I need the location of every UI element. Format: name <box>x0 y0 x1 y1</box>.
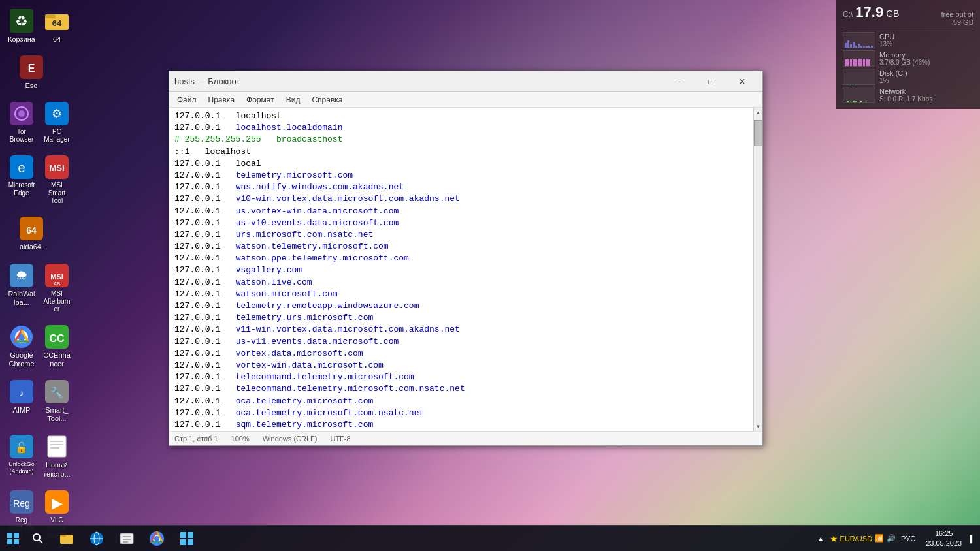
ccenhancer-icon: CC <box>44 324 70 350</box>
file-explorer-icon <box>59 531 74 546</box>
notepad-text-area[interactable]: 127.0.0.1 localhost 127.0.0.1 localhost.… <box>169 108 753 431</box>
eso-icon: E <box>18 54 44 80</box>
svg-line-49 <box>39 540 42 543</box>
msi-label: MSI Smart Tool <box>43 181 71 205</box>
folder64-label: 64 <box>53 35 61 44</box>
pcmanager-label: PC Manager <box>43 128 71 144</box>
svg-point-61 <box>154 536 159 541</box>
edge-icon: e <box>8 154 35 180</box>
desktop-icon-rain[interactable]: 🌧 RainWallpa... <box>5 260 38 316</box>
svg-rect-45 <box>14 533 19 538</box>
desktop: C:\ 17.9 GB free out of 59 GB <box>0 0 980 551</box>
recycle-icon: ♻ <box>8 8 35 34</box>
status-line-ending: Windows (CRLF) <box>263 435 318 443</box>
svg-text:CC: CC <box>49 333 65 344</box>
taskbar-filemanager[interactable] <box>112 526 141 552</box>
storage-info: C:\ 17.9 GB free out of 59 GB <box>843 4 973 29</box>
desktop-icon-aimp[interactable]: ♪ AIMP <box>5 376 38 426</box>
svg-text:▶: ▶ <box>52 495 63 511</box>
smarttool-label: Smart_Tool... <box>43 406 71 423</box>
menu-view[interactable]: Вид <box>281 94 306 106</box>
menu-help[interactable]: Справка <box>306 94 348 106</box>
taskbar-windows[interactable] <box>172 526 201 552</box>
cpu-stat: CPU 13% <box>843 32 973 48</box>
menu-edit[interactable]: Правка <box>203 94 240 106</box>
taskbar: ▲ ★ EUR/USD 📶 🔊 РУС 16:25 23.05.2023 ▌ <box>0 525 980 551</box>
show-desktop-button[interactable]: ▌ <box>970 535 975 543</box>
svg-text:e: e <box>18 161 25 175</box>
newtxt-label: Новый тексто... <box>43 461 71 478</box>
disk-stat: Disk (C:) 1% <box>843 69 973 85</box>
svg-rect-51 <box>60 535 66 537</box>
tray-arrow[interactable]: ▲ <box>817 535 825 543</box>
svg-rect-63 <box>188 532 193 538</box>
desktop-icon-chrome[interactable]: Google Chrome <box>5 321 38 371</box>
rain-label: RainWallpa... <box>8 290 35 307</box>
taskbar-explorer[interactable] <box>52 526 81 552</box>
edge-label: Microsoft Edge <box>8 181 35 197</box>
desktop-icon-smarttool[interactable]: 🔧 Smart_Tool... <box>41 376 73 426</box>
svg-text:♻: ♻ <box>15 13 28 29</box>
desktop-icon-edge[interactable]: e Microsoft Edge <box>5 151 38 208</box>
menu-file[interactable]: Файл <box>172 94 202 106</box>
msiab-label: MSI Afterburner <box>43 290 71 313</box>
browser-icon <box>89 531 105 546</box>
status-position: Стр 1, стлб 1 <box>174 435 218 443</box>
torbrowser-label: Tor Browser <box>8 128 35 144</box>
start-button[interactable] <box>0 526 26 552</box>
desktop-icon-aida64[interactable]: 64 aida64. <box>5 213 57 254</box>
notepad-scrollbar[interactable]: ▲ ▼ <box>753 108 762 431</box>
svg-rect-62 <box>180 532 186 538</box>
desktop-icon-recycle[interactable]: ♻ Корзина <box>5 5 38 46</box>
notepad-statusbar: Стр 1, стлб 1 100% Windows (CRLF) UTF-8 <box>169 431 762 445</box>
menu-format[interactable]: Формат <box>241 94 280 106</box>
desktop-icon-ccenhancer[interactable]: CC CCEnhancer <box>41 321 73 371</box>
notepad-titlebar[interactable]: hosts — Блокнот — □ ✕ <box>169 71 762 92</box>
notepad-controls: — □ ✕ <box>664 72 757 91</box>
system-tray: ▲ ★ EUR/USD 📶 🔊 РУС 16:25 23.05.2023 ▌ <box>817 529 975 548</box>
notepad-content: 127.0.0.1 localhost 127.0.0.1 localhost.… <box>169 108 762 431</box>
desktop-icon-unlockgo[interactable]: 🔓 UnlockGo (Android) <box>5 431 38 480</box>
desktop-icon-newtxt[interactable]: Новый тексто... <box>41 431 73 480</box>
svg-point-9 <box>18 110 25 117</box>
scroll-down-button[interactable]: ▼ <box>754 422 762 431</box>
aimp-label: AIMP <box>13 406 31 415</box>
notepad-title: hosts — Блокнот <box>174 76 664 86</box>
disk-graph <box>843 69 875 85</box>
eso-label: Eso <box>25 82 38 90</box>
maximize-button[interactable]: □ <box>696 72 726 91</box>
currency-label: EUR/USD <box>840 535 873 543</box>
scroll-up-button[interactable]: ▲ <box>754 108 762 117</box>
minimize-button[interactable]: — <box>664 72 694 91</box>
desktop-icons-container: ♻ Корзина 64 64 E Eso <box>0 0 78 525</box>
windows-icon <box>7 533 19 544</box>
language-indicator[interactable]: РУС <box>898 535 918 543</box>
desktop-icon-msiab[interactable]: MSIAB MSI Afterburner <box>41 260 73 316</box>
scroll-track[interactable] <box>754 117 762 422</box>
desktop-icon-folder64[interactable]: 64 64 <box>41 5 73 46</box>
clock[interactable]: 16:25 23.05.2023 <box>921 529 967 548</box>
taskbar-browser[interactable] <box>82 526 111 552</box>
msi-icon: MSI <box>44 154 70 180</box>
svg-text:🔧: 🔧 <box>50 386 63 399</box>
tray-icon-network[interactable]: 📶 <box>875 534 884 543</box>
svg-text:MSI: MSI <box>50 273 63 281</box>
storage-unit: GB <box>886 8 899 19</box>
aida64-label: aida64. <box>20 243 43 251</box>
close-button[interactable]: ✕ <box>727 72 757 91</box>
desktop-icon-pcmanager[interactable]: ⚙ PC Manager <box>41 98 73 146</box>
desktop-icon-tor[interactable]: Tor Browser <box>5 98 38 146</box>
svg-text:64: 64 <box>52 18 62 28</box>
desktop-icon-msi[interactable]: MSI MSI Smart Tool <box>41 151 73 208</box>
taskbar-pinned-apps <box>52 526 201 552</box>
clock-date: 23.05.2023 <box>926 539 962 548</box>
desktop-icon-eso[interactable]: E Eso <box>5 52 57 93</box>
search-icon <box>33 533 43 544</box>
svg-text:MSI: MSI <box>49 163 64 173</box>
chrome-taskbar-icon <box>149 531 165 546</box>
search-button[interactable] <box>26 526 50 552</box>
scroll-thumb[interactable] <box>754 120 762 146</box>
taskbar-chrome[interactable] <box>142 526 171 552</box>
unlockgo-label: UnlockGo (Android) <box>8 461 35 475</box>
tray-icon-sound[interactable]: 🔊 <box>887 534 896 543</box>
